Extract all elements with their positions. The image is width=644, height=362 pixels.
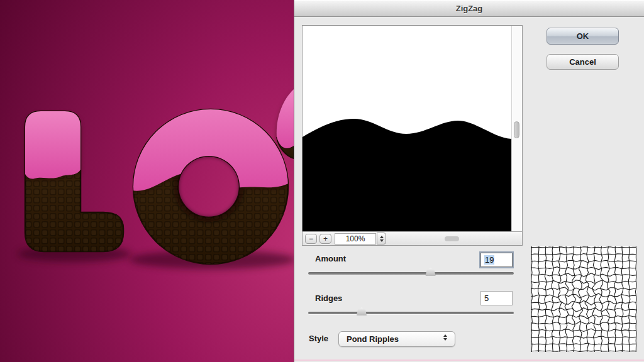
- ridges-label: Ridges: [315, 293, 342, 303]
- amount-label: Amount: [315, 254, 346, 263]
- ripple-grid-thumbnail: [531, 246, 637, 352]
- zigzag-dialog: ZigZag − + 100% Amount 19: [294, 0, 644, 362]
- ridges-input[interactable]: 5: [480, 291, 513, 305]
- preview-vertical-scrollbar[interactable]: [511, 26, 522, 231]
- vertical-scrollbar-thumb[interactable]: [514, 121, 519, 138]
- filter-preview-frame: − + 100%: [302, 25, 523, 246]
- dropdown-arrows-icon: [443, 334, 447, 341]
- dialog-title: ZigZag: [456, 4, 483, 13]
- zoom-in-button[interactable]: +: [319, 234, 331, 244]
- zoom-out-button[interactable]: −: [305, 234, 317, 244]
- amount-input[interactable]: 19: [480, 253, 513, 267]
- cancel-button[interactable]: Cancel: [547, 54, 619, 70]
- preview-toolbar: − + 100%: [303, 231, 522, 245]
- ridges-slider-thumb[interactable]: [357, 307, 367, 315]
- ok-button[interactable]: OK: [547, 28, 619, 45]
- stepper-up-icon: [380, 236, 384, 238]
- style-dropdown[interactable]: Pond Ripples: [338, 331, 455, 347]
- amount-slider[interactable]: [308, 267, 514, 277]
- ridges-slider-track[interactable]: [308, 312, 514, 314]
- amount-slider-thumb[interactable]: [426, 268, 436, 276]
- stepper-down-icon: [380, 239, 384, 242]
- ridges-value: 5: [484, 293, 489, 303]
- chocolate-love-art: [0, 0, 294, 362]
- dialog-titlebar[interactable]: ZigZag: [294, 0, 644, 17]
- artwork-canvas: [0, 0, 294, 362]
- amount-value-selected: 19: [484, 255, 494, 265]
- window-bottom-edge: [294, 359, 644, 361]
- amount-slider-track[interactable]: [308, 272, 514, 275]
- style-label: Style: [309, 334, 328, 343]
- letter-l-icing: [25, 111, 80, 179]
- horizontal-scrollbar-thumb[interactable]: [445, 236, 459, 241]
- zoom-level-field[interactable]: 100%: [335, 233, 376, 244]
- zoom-stepper[interactable]: [377, 233, 386, 244]
- style-dropdown-value: Pond Ripples: [347, 334, 399, 344]
- filter-preview-canvas[interactable]: [303, 26, 511, 231]
- ridges-slider[interactable]: [308, 307, 514, 317]
- preview-wave-image: [303, 26, 511, 231]
